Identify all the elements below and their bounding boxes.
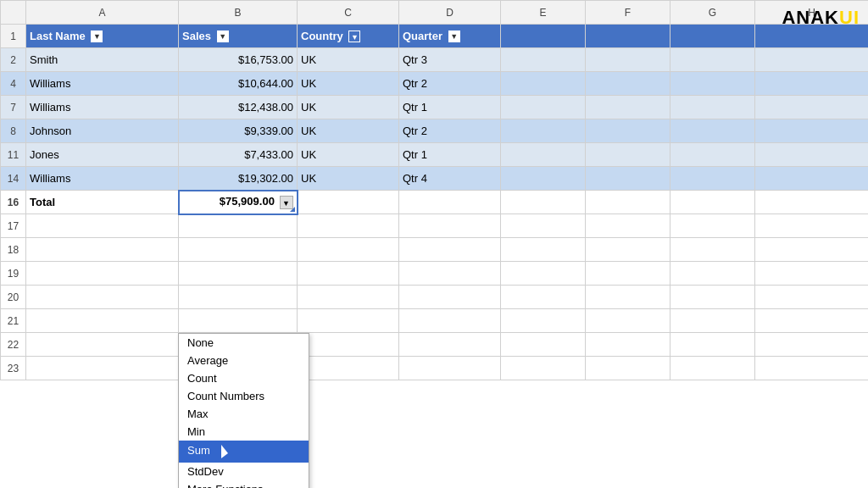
cell-e[interactable] bbox=[501, 143, 586, 167]
cell-h[interactable] bbox=[755, 119, 869, 143]
header-f bbox=[586, 25, 670, 48]
blue-indicator bbox=[290, 207, 295, 212]
col-header-d[interactable]: D bbox=[399, 1, 501, 25]
col-header-f[interactable]: F bbox=[586, 1, 670, 25]
row-num: 7 bbox=[1, 96, 26, 119]
cell-h[interactable] bbox=[755, 143, 869, 167]
row-num-21: 21 bbox=[1, 309, 26, 333]
total-row: 16 Total $75,909.00 ▼ bbox=[1, 191, 869, 214]
menu-item-average[interactable]: Average bbox=[179, 352, 309, 369]
menu-item-sum[interactable]: Sum bbox=[179, 441, 309, 463]
cell-last-name[interactable]: Williams bbox=[26, 96, 179, 119]
cell-sales[interactable]: $16,753.00 bbox=[179, 48, 298, 72]
total-quarter[interactable] bbox=[399, 191, 501, 214]
cell-sales[interactable]: $12,438.00 bbox=[179, 96, 298, 119]
filter-country[interactable]: ▼ bbox=[348, 30, 360, 42]
cell-f[interactable] bbox=[586, 48, 670, 72]
menu-item-count-numbers[interactable]: Count Numbers bbox=[179, 387, 309, 405]
row-num-1: 1 bbox=[1, 25, 26, 48]
cell-h[interactable] bbox=[755, 167, 869, 191]
cell-last-name[interactable]: Williams bbox=[26, 167, 179, 191]
cell-last-name[interactable]: Williams bbox=[26, 72, 179, 96]
cell-quarter[interactable]: Qtr 1 bbox=[399, 143, 501, 167]
cell-quarter[interactable]: Qtr 1 bbox=[399, 96, 501, 119]
row-num: 8 bbox=[1, 119, 26, 143]
cell-sales[interactable]: $7,433.00 bbox=[179, 143, 298, 167]
menu-item-more-functions[interactable]: More Functions bbox=[179, 480, 309, 488]
menu-item-min[interactable]: Min bbox=[179, 423, 309, 441]
row-num-23: 23 bbox=[1, 357, 26, 380]
total-value-cell: $75,909.00 ▼ bbox=[179, 191, 298, 214]
header-sales: Sales ▼ bbox=[179, 25, 298, 48]
cell-e[interactable] bbox=[501, 167, 586, 191]
row-num-17: 17 bbox=[1, 214, 26, 238]
cell-quarter[interactable]: Qtr 3 bbox=[399, 48, 501, 72]
cell-country[interactable]: UK bbox=[298, 143, 399, 167]
col-header-b[interactable]: B bbox=[179, 1, 298, 25]
cell-g[interactable] bbox=[670, 143, 755, 167]
table-row: 11 Jones $7,433.00 UK Qtr 1 bbox=[1, 143, 869, 167]
cell-g[interactable] bbox=[670, 96, 755, 119]
total-label: Total bbox=[26, 191, 179, 214]
cell-country[interactable]: UK bbox=[298, 48, 399, 72]
cell-sales[interactable]: $9,339.00 bbox=[179, 119, 298, 143]
cell-country[interactable]: UK bbox=[298, 96, 399, 119]
cell-g[interactable] bbox=[670, 72, 755, 96]
cell-g[interactable] bbox=[670, 48, 755, 72]
row-num: 2 bbox=[1, 48, 26, 72]
cell-sales[interactable]: $10,644.00 bbox=[179, 72, 298, 96]
filter-last-name[interactable]: ▼ bbox=[91, 30, 103, 42]
cell-last-name[interactable]: Smith bbox=[26, 48, 179, 72]
cell-e[interactable] bbox=[501, 48, 586, 72]
cell-f[interactable] bbox=[586, 119, 670, 143]
header-g bbox=[670, 25, 755, 48]
cell-f[interactable] bbox=[586, 167, 670, 191]
cell-e[interactable] bbox=[501, 119, 586, 143]
cell-country[interactable]: UK bbox=[298, 72, 399, 96]
empty-row: 17 bbox=[1, 214, 869, 238]
cell-country[interactable]: UK bbox=[298, 119, 399, 143]
total-h[interactable] bbox=[755, 191, 869, 214]
empty-row: 20 bbox=[1, 286, 869, 309]
cell-country[interactable]: UK bbox=[298, 167, 399, 191]
cell-quarter[interactable]: Qtr 4 bbox=[399, 167, 501, 191]
cell-quarter[interactable]: Qtr 2 bbox=[399, 119, 501, 143]
total-g[interactable] bbox=[670, 191, 755, 214]
cell-h[interactable] bbox=[755, 48, 869, 72]
menu-item-count[interactable]: Count bbox=[179, 369, 309, 387]
menu-item-max[interactable]: Max bbox=[179, 405, 309, 423]
menu-item-stddev[interactable]: StdDev bbox=[179, 463, 309, 480]
header-last-name: Last Name ▼ bbox=[26, 25, 179, 48]
cell-g[interactable] bbox=[670, 167, 755, 191]
col-header-a[interactable]: A bbox=[26, 1, 179, 25]
filter-quarter[interactable]: ▼ bbox=[448, 30, 460, 42]
menu-item-none[interactable]: None bbox=[179, 334, 309, 352]
table-row: 2 Smith $16,753.00 UK Qtr 3 bbox=[1, 48, 869, 72]
filter-sales[interactable]: ▼ bbox=[217, 30, 229, 42]
logo: ANAKUI bbox=[782, 7, 860, 29]
header-quarter: Quarter ▼ bbox=[399, 25, 501, 48]
cell-g[interactable] bbox=[670, 119, 755, 143]
total-f[interactable] bbox=[586, 191, 670, 214]
cell-last-name[interactable]: Johnson bbox=[26, 119, 179, 143]
cell-quarter[interactable]: Qtr 2 bbox=[399, 72, 501, 96]
cell-last-name[interactable]: Jones bbox=[26, 143, 179, 167]
row-num-19: 19 bbox=[1, 262, 26, 286]
col-header-c[interactable]: C bbox=[298, 1, 399, 25]
col-header-g[interactable]: G bbox=[670, 1, 755, 25]
cell-e[interactable] bbox=[501, 72, 586, 96]
cell-f[interactable] bbox=[586, 72, 670, 96]
cell-h[interactable] bbox=[755, 72, 869, 96]
row-num-18: 18 bbox=[1, 238, 26, 262]
cell-sales[interactable]: $19,302.00 bbox=[179, 167, 298, 191]
logo-text-black: ANAK bbox=[782, 7, 839, 28]
row-num-20: 20 bbox=[1, 286, 26, 309]
total-country[interactable] bbox=[298, 191, 399, 214]
cell-f[interactable] bbox=[586, 96, 670, 119]
cell-h[interactable] bbox=[755, 96, 869, 119]
total-e[interactable] bbox=[501, 191, 586, 214]
cell-e[interactable] bbox=[501, 96, 586, 119]
col-header-e[interactable]: E bbox=[501, 1, 586, 25]
empty-row: 22 bbox=[1, 333, 869, 357]
cell-f[interactable] bbox=[586, 143, 670, 167]
